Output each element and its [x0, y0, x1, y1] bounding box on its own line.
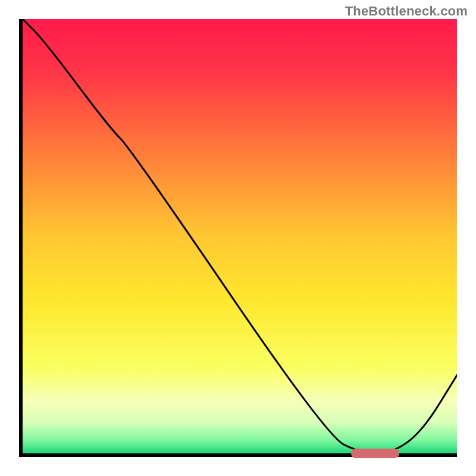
attribution-text: TheBottleneck.com [345, 4, 468, 19]
chart-container: TheBottleneck.com [0, 0, 476, 476]
optimal-range-marker [351, 449, 399, 458]
plot-area [19, 19, 457, 457]
bottleneck-curve [23, 19, 457, 453]
